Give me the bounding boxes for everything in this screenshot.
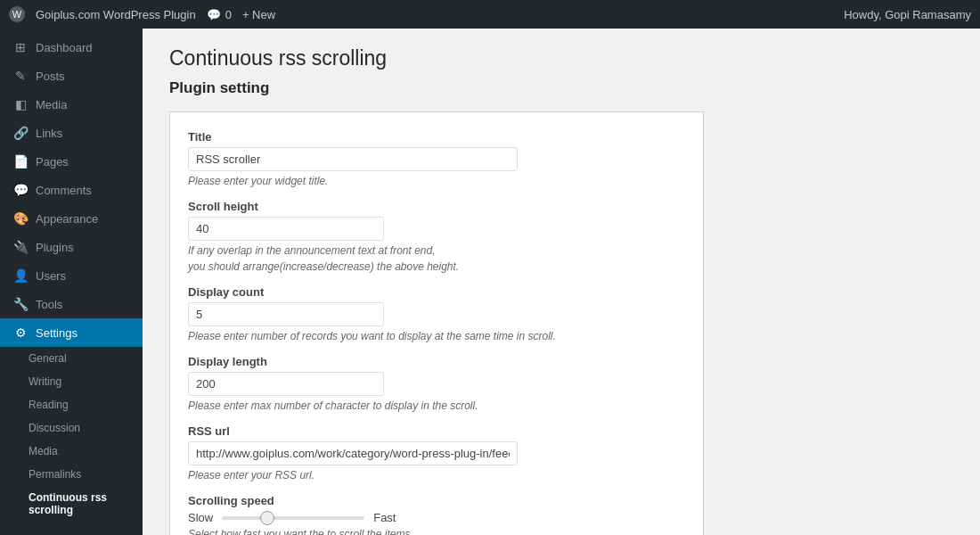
sidebar-item-media[interactable]: ◧ Media	[0, 90, 143, 119]
new-label: + New	[242, 8, 275, 21]
comments-icon: 💬	[12, 183, 29, 197]
display-count-input[interactable]	[188, 302, 384, 326]
users-icon: 👤	[12, 268, 29, 283]
title-hint: Please enter your widget title.	[188, 175, 685, 187]
title-input[interactable]	[188, 147, 518, 171]
sidebar-item-tools[interactable]: 🔧 Tools	[0, 290, 143, 318]
sidebar-item-comments[interactable]: 💬 Comments	[0, 176, 143, 204]
posts-icon: ✎	[12, 69, 29, 83]
display-length-hint: Please enter max number of character to …	[188, 399, 685, 412]
comment-icon: 💬	[207, 8, 221, 21]
sidebar-item-links[interactable]: 🔗 Links	[0, 119, 143, 147]
sidebar-item-appearance[interactable]: 🎨 Appearance	[0, 204, 143, 233]
tools-icon: 🔧	[12, 297, 29, 311]
submenu-item-permalinks[interactable]: Permalinks	[0, 463, 143, 486]
display-count-field-group: Display count Please enter number of rec…	[188, 285, 685, 342]
slow-label: Slow	[188, 511, 213, 524]
rss-url-hint: Please enter your RSS url.	[188, 469, 685, 482]
howdy-text: Howdy, Gopi Ramasamy	[844, 8, 971, 21]
settings-icon: ⚙	[12, 325, 29, 340]
sidebar-item-pages[interactable]: 📄 Pages	[0, 147, 143, 176]
sidebar-label-links: Links	[36, 127, 62, 140]
sidebar-label-dashboard: Dashboard	[36, 41, 93, 54]
scrolling-speed-field-group: Scrolling speed Slow Fast Select how fas…	[188, 494, 685, 535]
scroll-height-label: Scroll height	[188, 200, 685, 213]
sidebar-item-settings[interactable]: ⚙ Settings	[0, 318, 143, 347]
main-content: Continuous rss scrolling Plugin setting …	[143, 29, 980, 535]
dashboard-icon: ⊞	[12, 40, 29, 54]
scroll-height-hint-2: you should arrange(increase/decrease) th…	[188, 260, 685, 273]
collapse-menu-button[interactable]: ◀ Collapse menu	[0, 531, 143, 535]
site-name-item[interactable]: Goiplus.com WordPress Plugin	[36, 8, 196, 21]
media-icon: ◧	[12, 97, 29, 111]
scroll-height-input[interactable]	[188, 217, 384, 241]
scroll-height-field-group: Scroll height If any overlap in the anno…	[188, 200, 685, 273]
rss-url-input[interactable]	[188, 441, 518, 465]
sidebar-label-media: Media	[36, 98, 67, 111]
plugin-setting-title: Plugin setting	[169, 79, 962, 97]
sidebar-item-plugins[interactable]: 🔌 Plugins	[0, 233, 143, 261]
sidebar-label-comments: Comments	[36, 184, 92, 197]
admin-sidebar: ⊞ Dashboard ✎ Posts ◧ Media 🔗 Links 📄 Pa…	[0, 29, 143, 535]
plugin-settings-form: Title Please enter your widget title. Sc…	[169, 111, 704, 535]
comments-item[interactable]: 💬 0	[207, 8, 232, 21]
appearance-icon: 🎨	[12, 211, 29, 226]
display-length-label: Display length	[188, 355, 685, 368]
sidebar-label-tools: Tools	[36, 298, 62, 311]
wp-icon: W	[9, 6, 25, 22]
display-length-input[interactable]	[188, 372, 384, 396]
submenu-item-general[interactable]: General	[0, 347, 143, 370]
sidebar-label-users: Users	[36, 269, 66, 283]
new-item[interactable]: + New	[242, 8, 275, 21]
admin-bar: W Goiplus.com WordPress Plugin 💬 0 + New…	[0, 0, 980, 29]
slider-row: Slow Fast	[188, 511, 685, 524]
plugins-icon: 🔌	[12, 240, 29, 254]
sidebar-label-settings: Settings	[36, 326, 78, 340]
site-name: Goiplus.com WordPress Plugin	[36, 8, 196, 21]
submenu-item-reading[interactable]: Reading	[0, 393, 143, 416]
sidebar-label-plugins: Plugins	[36, 241, 74, 254]
comment-count: 0	[225, 8, 232, 21]
submenu-item-media-sub[interactable]: Media	[0, 440, 143, 463]
page-title: Continuous rss scrolling	[169, 46, 962, 70]
fast-label: Fast	[373, 511, 396, 524]
display-length-field-group: Display length Please enter max number o…	[188, 355, 685, 412]
sidebar-item-posts[interactable]: ✎ Posts	[0, 62, 143, 90]
display-count-hint: Please enter number of records you want …	[188, 330, 685, 342]
submenu-item-continuous-rss[interactable]: Continuous rss scrolling	[0, 486, 143, 522]
rss-url-field-group: RSS url Please enter your RSS url.	[188, 424, 685, 482]
sidebar-item-dashboard[interactable]: ⊞ Dashboard	[0, 33, 143, 62]
scrolling-speed-hint: Select how fast you want the to scroll t…	[188, 528, 685, 535]
links-icon: 🔗	[12, 126, 29, 140]
rss-url-label: RSS url	[188, 424, 685, 438]
title-field-group: Title Please enter your widget title.	[188, 130, 685, 187]
sidebar-label-pages: Pages	[36, 155, 69, 169]
sidebar-label-posts: Posts	[36, 70, 65, 83]
display-count-label: Display count	[188, 285, 685, 299]
speed-slider[interactable]	[222, 516, 364, 520]
wp-logo-item[interactable]: W	[9, 6, 25, 22]
sidebar-label-appearance: Appearance	[36, 212, 98, 226]
submenu-item-writing[interactable]: Writing	[0, 370, 143, 393]
submenu-item-discussion[interactable]: Discussion	[0, 416, 143, 440]
scrolling-speed-label: Scrolling speed	[188, 494, 685, 507]
sidebar-item-users[interactable]: 👤 Users	[0, 261, 143, 290]
scroll-height-hint-1: If any overlap in the announcement text …	[188, 244, 685, 257]
title-label: Title	[188, 130, 685, 144]
pages-icon: 📄	[12, 154, 29, 169]
